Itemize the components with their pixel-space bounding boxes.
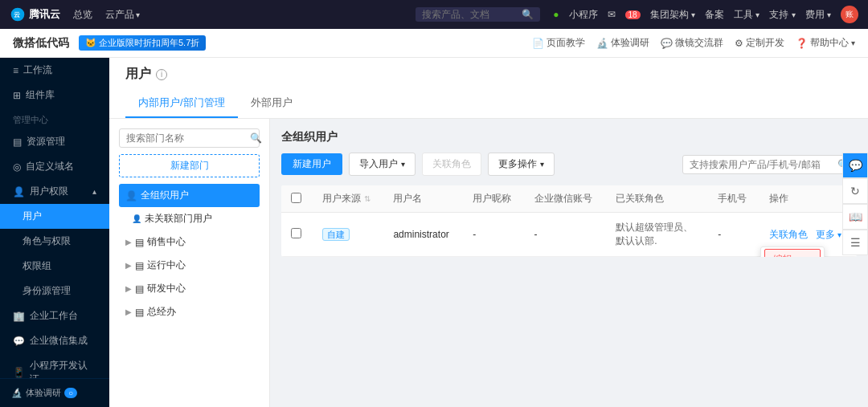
float-menu-btn[interactable]: ☰ [842, 230, 868, 255]
dept-ops-label: 运行中心 [147, 258, 186, 272]
help-center[interactable]: ❓ 帮助中心 ▾ [796, 36, 855, 50]
page-title: 用户 [125, 66, 151, 83]
unassigned-icon: 👤 [132, 214, 141, 223]
sidebar-item-enterprise-workspace[interactable]: 🏢 企业工作台 [0, 303, 109, 328]
user-table: 用户来源 ⇅ 用户名 用户昵称 企业微信账号 已关联角色 手机号 操作 [281, 185, 857, 257]
new-dept-button[interactable]: 新建部门 [119, 154, 260, 177]
import-user-button[interactable]: 导入用户 ▾ [349, 153, 416, 176]
roles-label: 角色与权限 [23, 234, 71, 248]
research-icon: 🔬 [596, 38, 608, 49]
dropdown-edit[interactable]: 编辑 [764, 249, 821, 257]
user-table-wrap: 用户来源 ⇅ 用户名 用户昵称 企业微信账号 已关联角色 手机号 操作 [281, 185, 857, 257]
sidebar-item-resources[interactable]: ▤ 资源管理 [0, 129, 109, 154]
group-label: 微镜交流群 [675, 36, 723, 50]
col-phone: 手机号 [708, 185, 760, 213]
row-checkbox[interactable] [291, 228, 301, 238]
svg-text:云: 云 [14, 10, 20, 18]
green-status-icon: ● [553, 9, 559, 20]
sidebar-item-users[interactable]: 用户 [0, 204, 109, 229]
user-search-input[interactable] [690, 159, 834, 170]
col-username: 用户名 [383, 185, 463, 213]
table-header-row: 用户来源 ⇅ 用户名 用户昵称 企业微信账号 已关联角色 手机号 操作 [281, 185, 857, 213]
workflow-label: 工作流 [23, 63, 52, 77]
new-user-button[interactable]: 新建用户 [281, 153, 342, 175]
more-link[interactable]: 更多 [816, 229, 835, 240]
mail-icon[interactable]: ✉ [608, 9, 616, 20]
chevron-user-perms: ▴ [92, 187, 96, 196]
avatar[interactable]: 账 [841, 6, 858, 23]
chevron-help: ▾ [851, 39, 855, 47]
experience-btn[interactable]: 🔬 体验调研 ○ [6, 384, 103, 402]
dept-item-all[interactable]: 👤 全组织用户 [119, 184, 260, 207]
backup-nav[interactable]: 备案 [705, 8, 724, 22]
dept-rd-label: 研发中心 [147, 282, 186, 295]
experience-research[interactable]: 🔬 体验调研 [596, 36, 649, 50]
support-nav[interactable]: 支持 ▾ [769, 8, 795, 22]
sidebar-item-user-permissions[interactable]: 👤 用户权限 ▴ [0, 179, 109, 204]
sidebar-item-components[interactable]: ⊞ 组件库 [0, 83, 109, 108]
cost-nav[interactable]: 费用 ▾ [805, 8, 831, 22]
sidebar-item-permission-groups[interactable]: 权限组 [0, 254, 109, 279]
brand-label: 微搭低代码 [13, 36, 69, 51]
right-panel: 全组织用户 新建用户 导入用户 ▾ 关联角色 更多操作 ▾ 🔍 [270, 119, 868, 407]
logo: 云 腾讯云 [10, 6, 60, 22]
col-nickname: 用户昵称 [463, 185, 524, 213]
more-chevron[interactable]: ▾ [837, 230, 841, 239]
tab-internal-users[interactable]: 内部用户/部门管理 [125, 89, 238, 118]
associate-role-button[interactable]: 关联角色 [422, 153, 481, 176]
sidebar-bottom: 🔬 体验调研 ○ [0, 378, 109, 407]
float-book-btn[interactable]: 📖 [842, 204, 868, 230]
dept-item-unassigned[interactable]: 👤 未关联部门用户 [119, 207, 260, 230]
sidebar-item-weixin-integration[interactable]: 💬 企业微信集成 [0, 328, 109, 353]
chevron-cost: ▾ [827, 10, 831, 19]
main-layout: ≡ 工作流 ⊞ 组件库 管理中心 ▤ 资源管理 ◎ 自定义域名 👤 用户权限 ▴… [0, 58, 868, 407]
search-input[interactable] [422, 9, 518, 20]
tab-bar: 内部用户/部门管理 外部用户 [125, 89, 852, 118]
dev-label: 定制开发 [746, 36, 784, 50]
select-all-checkbox[interactable] [291, 193, 301, 203]
sidebar-item-workflow[interactable]: ≡ 工作流 [0, 58, 109, 83]
custom-dev[interactable]: ⚙ 定制开发 [735, 36, 784, 50]
more-ops-button[interactable]: 更多操作 ▾ [488, 153, 555, 176]
group-nav[interactable]: 集团架构 ▾ [650, 8, 695, 22]
nav-products[interactable]: 云产品 ▾ [105, 8, 140, 22]
dept-search-input[interactable] [126, 132, 247, 144]
page-tutorial[interactable]: 📄 页面教学 [532, 36, 585, 50]
col-wechat: 企业微信账号 [525, 185, 607, 213]
tools-nav[interactable]: 工具 ▾ [734, 8, 760, 22]
sales-dept-icon: ▤ [135, 237, 144, 248]
tutorial-icon: 📄 [532, 38, 544, 49]
miniapp-icon: 📱 [13, 367, 25, 378]
workspace-icon: 🏢 [13, 311, 25, 322]
dept-item-general-affairs[interactable]: ▶ ▤ 总经办 [119, 300, 260, 324]
promo-button[interactable]: 🐱 企业版限时折扣周年5.7折 [79, 35, 206, 51]
experience-badge: ○ [64, 388, 77, 398]
weixin-group[interactable]: 💬 微镜交流群 [661, 36, 723, 50]
associate-role-link[interactable]: 关联角色 [769, 229, 808, 240]
dept-search-box: 🔍 [119, 128, 260, 148]
notification-badge: 18 [625, 10, 641, 19]
dept-item-operations[interactable]: ▶ ▤ 运行中心 [119, 254, 260, 277]
top-search: 🔍 [416, 7, 540, 22]
sidebar-item-identity-sources[interactable]: 身份源管理 [0, 279, 109, 303]
sidebar-item-domains[interactable]: ◎ 自定义域名 [0, 154, 109, 179]
dept-item-rd[interactable]: ▶ ▤ 研发中心 [119, 277, 260, 300]
sort-icon[interactable]: ⇅ [364, 194, 371, 203]
info-icon[interactable]: i [156, 69, 167, 80]
xiaochengxu-label[interactable]: 小程序 [569, 8, 598, 22]
domains-label: 自定义域名 [26, 160, 74, 173]
float-chat-btn[interactable]: 💬 [842, 153, 868, 178]
row-nickname: - [463, 213, 524, 257]
float-refresh-btn[interactable]: ↻ [842, 178, 868, 204]
promo-text: 企业版限时折扣周年5.7折 [99, 37, 199, 49]
expand-sales-icon: ▶ [125, 238, 132, 246]
dev-icon: ⚙ [735, 38, 743, 49]
tab-external-users[interactable]: 外部用户 [238, 89, 305, 118]
dept-unassigned-label: 未关联部门用户 [145, 212, 212, 226]
dept-item-sales[interactable]: ▶ ▤ 销售中心 [119, 230, 260, 254]
nav-overview[interactable]: 总览 [73, 8, 92, 22]
nav-products-label: 云产品 [105, 8, 134, 22]
promo-icon: 🐱 [85, 38, 96, 48]
sidebar-item-roles[interactable]: 角色与权限 [0, 229, 109, 254]
search-icon: 🔍 [250, 132, 262, 144]
